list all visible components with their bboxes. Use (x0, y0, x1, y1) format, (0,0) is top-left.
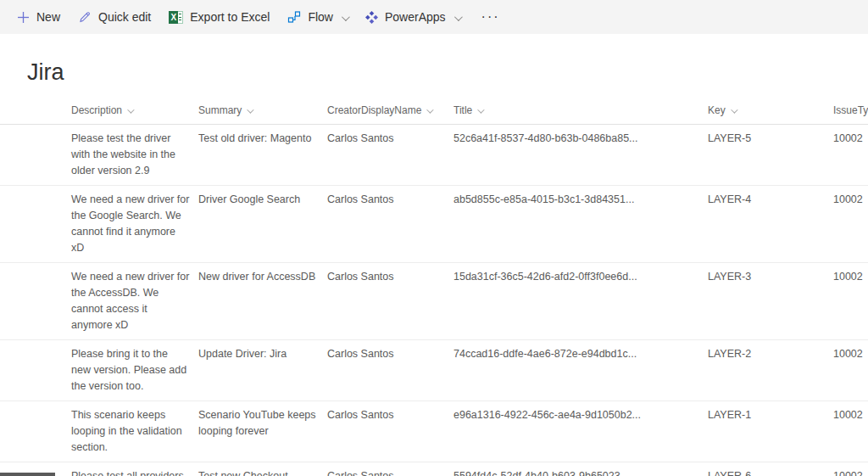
selection-column-spacer (0, 269, 71, 333)
column-header-title[interactable]: Title (453, 104, 708, 116)
cell-key: LAYER-1 (708, 407, 833, 456)
cell-description: We need a new driver for the AccessDB. W… (71, 269, 198, 333)
page-title: Jira (27, 59, 868, 86)
cell-creator: Carlos Santos (327, 131, 453, 179)
table-row[interactable]: Please bring it to the new version. Plea… (0, 340, 868, 401)
flow-icon (287, 10, 301, 24)
command-bar: New Quick edit X Export to Excel Flow (0, 0, 868, 34)
cell-description: Please test the driver with the website … (71, 131, 198, 179)
selection-column-spacer (0, 131, 71, 179)
cell-description: Please test all providers (71, 468, 198, 476)
cell-summary: New driver for AccessDB (198, 269, 327, 333)
more-commands-button[interactable]: ··· (478, 9, 500, 25)
selection-column-spacer (0, 104, 71, 116)
cell-title: 74ccad16-ddfe-4ae6-872e-e94dbd1c... (453, 346, 708, 395)
chevron-down-icon (477, 104, 482, 116)
new-button-label: New (36, 10, 60, 24)
cell-title: 52c6a41f-8537-4d80-b63b-0486ba85... (453, 131, 708, 179)
column-header-description[interactable]: Description (71, 104, 198, 116)
cell-description: This scenario keeps looping in the valid… (71, 407, 198, 456)
new-button[interactable]: New (17, 10, 60, 24)
selection-column-spacer (0, 346, 71, 395)
column-header-creator[interactable]: CreatorDisplayName (327, 104, 453, 116)
table-row[interactable]: This scenario keeps looping in the valid… (0, 401, 868, 462)
powerapps-button[interactable]: PowerApps (365, 10, 460, 24)
column-header-issuetype[interactable]: IssueType (833, 104, 868, 116)
cell-title: 15da31cf-36c5-42d6-afd2-0ff3f0ee6d... (453, 269, 708, 333)
flow-button-label: Flow (308, 10, 333, 24)
cell-description: We need a new driver for the Google Sear… (71, 192, 198, 256)
chevron-down-icon (454, 10, 460, 24)
quick-edit-button-label: Quick edit (98, 10, 151, 24)
powerapps-icon (365, 11, 378, 24)
table-row[interactable]: Please test the driver with the website … (0, 125, 868, 186)
column-header-summary[interactable]: Summary (198, 104, 327, 116)
selection-column-spacer (0, 407, 71, 456)
export-to-excel-button[interactable]: X Export to Excel (169, 10, 270, 24)
cell-description: Please bring it to the new version. Plea… (71, 346, 198, 395)
cell-creator: Carlos Santos (327, 468, 453, 476)
cell-summary: Test old driver: Magento (198, 131, 327, 179)
column-header-key[interactable]: Key (708, 104, 833, 116)
selection-column-spacer (0, 192, 71, 256)
cell-title: 5594fd4c-52df-4b40-b603-9b65023... (453, 468, 708, 476)
cell-title: ab5d855c-e85a-4015-b3c1-3d84351... (453, 192, 708, 256)
cell-key: LAYER-4 (708, 192, 833, 256)
chevron-down-icon (342, 10, 348, 24)
export-to-excel-button-label: Export to Excel (190, 10, 270, 24)
cell-creator: Carlos Santos (327, 346, 453, 395)
table-row[interactable]: We need a new driver for the AccessDB. W… (0, 263, 868, 340)
cell-summary: Update Driver: Jira (198, 346, 327, 395)
pencil-icon (78, 10, 92, 24)
cell-key: LAYER-3 (708, 269, 833, 333)
chevron-down-icon (426, 104, 431, 116)
cell-issuetype: 10002 (833, 468, 868, 476)
quick-edit-button[interactable]: Quick edit (78, 10, 151, 24)
cell-creator: Carlos Santos (327, 192, 453, 256)
cell-creator: Carlos Santos (327, 269, 453, 333)
powerapps-button-label: PowerApps (385, 10, 446, 24)
cell-issuetype: 10002 (833, 269, 868, 333)
table-row[interactable]: Please test all providers Test new Check… (0, 462, 868, 476)
cell-issuetype: 10002 (833, 192, 868, 256)
chevron-down-icon (127, 104, 132, 116)
cell-summary: Scenario YouTube keeps looping forever (198, 407, 327, 456)
plus-icon (17, 11, 30, 24)
chevron-down-icon (247, 104, 252, 116)
cell-creator: Carlos Santos (327, 407, 453, 456)
cell-key: LAYER-6 (708, 468, 833, 476)
cell-key: LAYER-5 (708, 131, 833, 179)
cell-issuetype: 10002 (833, 131, 868, 179)
ellipsis-icon: ··· (481, 9, 500, 25)
cell-issuetype: 10002 (833, 346, 868, 395)
cell-summary: Test new Checkout (198, 468, 327, 476)
chevron-down-icon (731, 104, 736, 116)
cell-issuetype: 10002 (833, 407, 868, 456)
cell-title: e96a1316-4922-456c-ae4a-9d1050b2... (453, 407, 708, 456)
flow-button[interactable]: Flow (287, 10, 348, 24)
list-header-row: Description Summary CreatorDisplayName T… (0, 104, 868, 125)
excel-icon: X (169, 11, 183, 24)
horizontal-scrollbar-thumb[interactable] (0, 473, 55, 476)
table-row[interactable]: We need a new driver for the Google Sear… (0, 186, 868, 263)
cell-summary: Driver Google Search (198, 192, 327, 256)
cell-key: LAYER-2 (708, 346, 833, 395)
